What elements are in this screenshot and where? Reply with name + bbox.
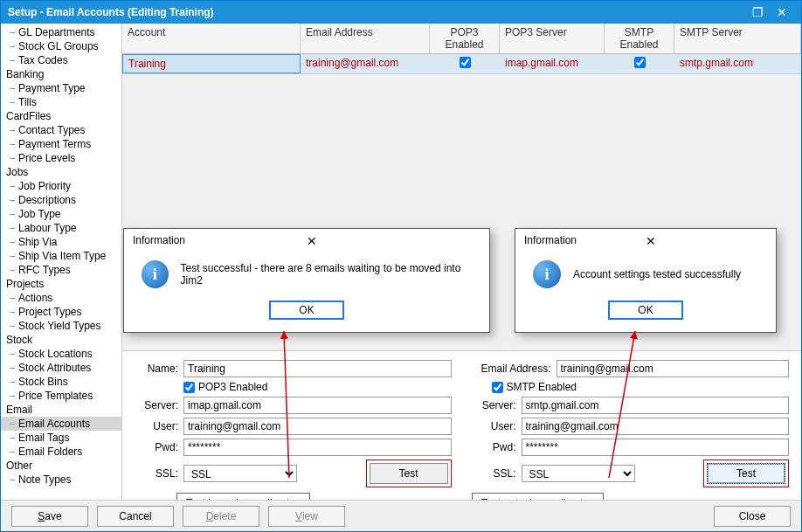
pop3-server-label: Server: bbox=[135, 399, 178, 411]
pop3-ssl-select[interactable]: SSL bbox=[183, 465, 297, 482]
smtp-ssl-select[interactable]: SSL bbox=[522, 465, 635, 482]
view-button: View bbox=[268, 506, 345, 527]
footer-bar: Save Cancel Delete View Close bbox=[1, 500, 801, 531]
smtp-enabled-check[interactable] bbox=[634, 57, 646, 68]
form-panel: Name: POP3 Enabled Server: User: Pwd: SS… bbox=[122, 350, 801, 500]
smtp-pwd-field[interactable] bbox=[522, 439, 790, 456]
cell-pop3-server: imap.gmail.com bbox=[500, 54, 605, 73]
titlebar: Setup - Email Accounts (Editing Training… bbox=[1, 1, 801, 24]
dialog-message: Test successful - there are 8 emails wai… bbox=[181, 262, 472, 287]
tree-group[interactable]: Other bbox=[1, 459, 121, 473]
ok-button[interactable]: OK bbox=[269, 301, 344, 320]
cell-pop3-enabled bbox=[430, 54, 500, 73]
pop3-enabled-checkbox[interactable] bbox=[183, 382, 195, 393]
tree-group[interactable]: Projects bbox=[1, 277, 121, 291]
tree-item[interactable]: Stock Bins bbox=[1, 375, 121, 389]
pop3-ssl-label: SSL: bbox=[135, 467, 178, 480]
tree-item[interactable]: Stock Yield Types bbox=[1, 319, 121, 333]
tree-group[interactable]: Banking bbox=[1, 67, 121, 81]
tree-item[interactable]: Price Templates bbox=[1, 389, 121, 403]
close-icon[interactable]: ✕ bbox=[770, 5, 794, 19]
tree-item[interactable]: Job Type bbox=[1, 207, 121, 221]
accounts-grid: Account Email Address POP3 Enabled POP3 … bbox=[122, 24, 801, 74]
col-pop3-enabled[interactable]: POP3 Enabled bbox=[430, 24, 500, 53]
delete-button: Delete bbox=[183, 506, 259, 527]
tree-item[interactable]: Ship Via Item Type bbox=[1, 249, 121, 263]
tree-item[interactable]: Price Levels bbox=[1, 151, 121, 165]
tree-item[interactable]: Labour Type bbox=[1, 221, 121, 235]
nav-tree: GL DepartmentsStock GL GroupsTax CodesBa… bbox=[1, 24, 122, 500]
tree-item[interactable]: Stock Attributes bbox=[1, 361, 121, 375]
tree-item[interactable]: Email Tags bbox=[1, 431, 121, 445]
table-row[interactable]: Training training@gmail.com imap.gmail.c… bbox=[122, 54, 801, 73]
emailaddr-label: Email Address: bbox=[473, 363, 551, 375]
tree-item[interactable]: Descriptions bbox=[1, 193, 121, 207]
cell-smtp-enabled bbox=[605, 54, 674, 73]
smtp-server-label: Server: bbox=[473, 399, 516, 411]
tree-item[interactable]: Payment Type bbox=[1, 81, 121, 95]
test-smtp-button[interactable]: Test bbox=[707, 463, 785, 484]
tree-item[interactable]: Email Accounts bbox=[1, 417, 121, 431]
col-smtp-enabled[interactable]: SMTP Enabled bbox=[605, 24, 674, 53]
tree-item[interactable]: Note Types bbox=[1, 473, 121, 487]
info-dialog-pop3: Information✕ i Test successful - there a… bbox=[123, 228, 490, 333]
info-dialog-smtp: Information✕ i Account settings tested s… bbox=[515, 228, 777, 333]
pop3-enabled-check[interactable] bbox=[460, 57, 471, 68]
col-account[interactable]: Account bbox=[122, 24, 301, 53]
pop3-pwd-label: Pwd: bbox=[135, 441, 178, 453]
tree-item[interactable]: Actions bbox=[1, 291, 121, 305]
tree-item[interactable]: Job Priority bbox=[1, 179, 121, 193]
smtp-enabled-label: SMTP Enabled bbox=[507, 381, 577, 393]
col-smtp-server[interactable]: SMTP Server bbox=[674, 24, 801, 53]
tree-item[interactable]: Stock Locations bbox=[1, 347, 121, 361]
tree-item[interactable]: RFC Types bbox=[1, 263, 121, 277]
cell-email: training@gmail.com bbox=[301, 54, 430, 73]
pop3-enabled-label: POP3 Enabled bbox=[198, 381, 267, 393]
tree-item[interactable]: Payment Terms bbox=[1, 137, 121, 151]
dialog-title: Information bbox=[524, 234, 646, 248]
window-title: Setup - Email Accounts (Editing Training… bbox=[8, 6, 745, 18]
tree-item[interactable]: GL Departments bbox=[1, 25, 121, 39]
tree-item[interactable]: Stock GL Groups bbox=[1, 39, 121, 53]
tree-group[interactable]: Stock bbox=[1, 333, 121, 347]
pop3-user-field[interactable] bbox=[183, 418, 452, 435]
tree-item[interactable]: Ship Via bbox=[1, 235, 121, 249]
smtp-user-label: User: bbox=[473, 420, 516, 432]
tree-item[interactable]: Project Types bbox=[1, 305, 121, 319]
smtp-enabled-checkbox[interactable] bbox=[492, 382, 503, 393]
close-button[interactable]: Close bbox=[714, 506, 791, 527]
tree-item[interactable]: Email Folders bbox=[1, 445, 121, 459]
dialog-close-icon[interactable]: ✕ bbox=[646, 234, 767, 248]
cancel-button[interactable]: Cancel bbox=[97, 506, 174, 527]
info-icon: i bbox=[533, 260, 561, 288]
pop3-user-label: User: bbox=[135, 420, 178, 432]
ok-button[interactable]: OK bbox=[608, 301, 683, 320]
dialog-close-icon[interactable]: ✕ bbox=[307, 234, 481, 248]
tree-group[interactable]: Email bbox=[1, 403, 121, 417]
tree-group[interactable]: Jobs bbox=[1, 165, 121, 179]
smtp-server-field[interactable] bbox=[522, 397, 790, 414]
dialog-title: Information bbox=[133, 234, 307, 248]
info-icon: i bbox=[142, 260, 169, 288]
pop3-pwd-field[interactable] bbox=[183, 439, 452, 456]
smtp-pwd-label: Pwd: bbox=[473, 441, 516, 453]
emailaddr-field[interactable] bbox=[557, 360, 790, 377]
pop3-server-field[interactable] bbox=[183, 397, 452, 414]
tree-group[interactable]: CardFiles bbox=[1, 109, 121, 123]
smtp-ssl-label: SSL: bbox=[473, 467, 516, 480]
cell-account: Training bbox=[122, 54, 301, 73]
cell-smtp-server: smtp.gmail.com bbox=[674, 54, 801, 73]
name-label: Name: bbox=[135, 363, 178, 375]
tree-item[interactable]: Tills bbox=[1, 95, 121, 109]
restore-icon[interactable]: ❐ bbox=[745, 5, 770, 19]
dialog-message: Account settings tested successfully bbox=[573, 268, 741, 280]
name-field[interactable] bbox=[183, 360, 452, 377]
test-pop3-button[interactable]: Test bbox=[370, 463, 448, 484]
tree-item[interactable]: Contact Types bbox=[1, 123, 121, 137]
smtp-user-field[interactable] bbox=[522, 418, 790, 435]
col-pop3-server[interactable]: POP3 Server bbox=[500, 24, 605, 53]
save-button[interactable]: Save bbox=[11, 506, 88, 527]
tree-item[interactable]: Tax Codes bbox=[1, 53, 121, 67]
col-email[interactable]: Email Address bbox=[301, 24, 430, 53]
